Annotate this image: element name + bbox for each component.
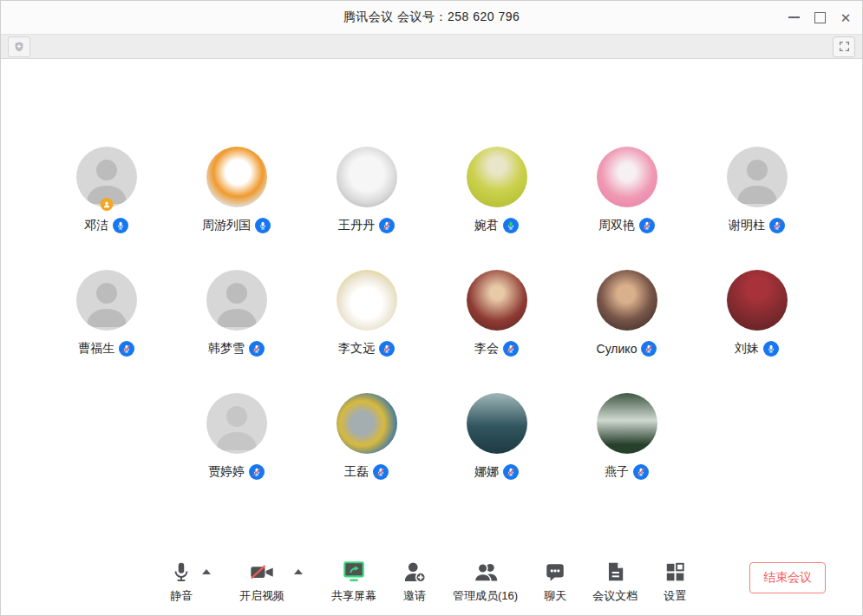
participant-name: Сулико xyxy=(597,342,637,356)
settings-button[interactable]: 设置 xyxy=(664,558,686,604)
video-options-caret-icon[interactable] xyxy=(294,569,303,574)
participant-row: 贾婷婷 王磊 娜娜 xyxy=(1,393,862,516)
chat-label: 聊天 xyxy=(544,588,566,604)
mic-status-icon xyxy=(113,218,128,233)
participant-name: 王磊 xyxy=(344,464,369,480)
participant-tile[interactable]: 曹福生 xyxy=(42,270,172,358)
avatar xyxy=(597,147,657,207)
participant-name: 李文远 xyxy=(338,341,375,357)
mute-label: 静音 xyxy=(170,588,193,604)
manage-members-button[interactable]: 管理成员(16) xyxy=(453,558,518,604)
camera-off-icon xyxy=(249,560,275,584)
settings-label: 设置 xyxy=(664,588,686,604)
participant-name: 刘妹 xyxy=(735,341,759,357)
participant-tile[interactable]: 刘妹 xyxy=(692,270,822,358)
meeting-docs-button[interactable]: 会议文档 xyxy=(592,558,637,604)
security-button[interactable] xyxy=(8,36,30,57)
participant-name: 婉君 xyxy=(474,218,499,233)
participant-tile[interactable]: 婉君 xyxy=(432,147,562,235)
invite-person-plus-icon xyxy=(402,560,427,584)
title-bar: 腾讯会议 会议号：258 620 796 ✕ xyxy=(1,1,862,34)
avatar xyxy=(467,147,527,207)
person-silhouette-icon xyxy=(727,147,788,207)
avatar xyxy=(337,270,397,331)
mic-status-icon xyxy=(379,341,395,357)
participant-name: 周双艳 xyxy=(598,218,635,233)
participant-tile[interactable]: 李文远 xyxy=(302,270,432,358)
document-icon xyxy=(604,560,626,584)
top-strip xyxy=(1,34,862,59)
participant-tile[interactable]: 王丹丹 xyxy=(302,147,432,235)
share-screen-button[interactable]: 共享屏幕 xyxy=(331,558,376,604)
close-icon: ✕ xyxy=(840,11,852,24)
avatar xyxy=(206,270,267,331)
start-video-button[interactable]: 开启视频 xyxy=(239,558,284,604)
minimize-icon xyxy=(788,16,800,18)
avatar xyxy=(597,270,657,331)
participant-tile[interactable]: 李会 xyxy=(432,270,562,358)
fullscreen-brackets-icon xyxy=(839,41,850,52)
mic-status-icon xyxy=(639,218,655,233)
meeting-canvas: 邓洁 周游列国 王丹丹 xyxy=(1,59,862,615)
start-video-label: 开启视频 xyxy=(239,588,284,604)
participant-row: 曹福生 韩梦雪 xyxy=(1,270,862,393)
end-meeting-button[interactable]: 结束会议 xyxy=(749,562,826,593)
share-screen-icon xyxy=(341,560,367,584)
avatar xyxy=(727,147,788,207)
maximize-button[interactable] xyxy=(807,4,833,30)
mic-status-icon xyxy=(255,218,271,233)
participant-tile[interactable]: Сулико xyxy=(562,270,692,358)
participant-tile[interactable]: 韩梦雪 xyxy=(172,270,302,358)
avatar xyxy=(337,393,397,454)
microphone-icon xyxy=(170,560,193,584)
window-controls: ✕ xyxy=(781,1,859,34)
window-title: 腾讯会议 会议号：258 620 796 xyxy=(343,10,520,25)
close-button[interactable]: ✕ xyxy=(833,4,859,30)
participant-tile[interactable]: 谢明柱 xyxy=(692,147,822,235)
person-silhouette-icon xyxy=(206,393,267,454)
mic-status-icon xyxy=(503,464,519,480)
mute-button[interactable]: 静音 xyxy=(170,558,193,604)
mic-status-icon xyxy=(379,218,395,233)
person-silhouette-icon xyxy=(206,270,267,331)
participant-name: 王丹丹 xyxy=(338,218,375,233)
meeting-docs-label: 会议文档 xyxy=(592,588,637,604)
participant-name: 贾婷婷 xyxy=(208,464,245,480)
chat-button[interactable]: 聊天 xyxy=(544,558,566,604)
participant-name: 邓洁 xyxy=(84,218,108,233)
participant-tile[interactable]: 娜娜 xyxy=(432,393,562,482)
participant-tile[interactable]: 燕子 xyxy=(562,393,692,482)
mute-options-caret-icon[interactable] xyxy=(202,569,211,574)
maximize-icon xyxy=(814,12,826,23)
avatar xyxy=(206,147,267,207)
avatar xyxy=(206,393,267,454)
participant-name: 娜娜 xyxy=(474,464,499,480)
chat-bubble-icon xyxy=(544,560,566,584)
settings-grid-icon xyxy=(664,560,686,584)
participant-tile[interactable]: 贾婷婷 xyxy=(172,393,302,482)
avatar xyxy=(467,393,527,454)
shield-plus-icon xyxy=(13,41,25,53)
mic-status-icon xyxy=(373,464,389,480)
invite-label: 邀请 xyxy=(403,588,426,604)
participant-name: 韩梦雪 xyxy=(208,341,245,357)
meeting-toolbar: 静音 开启视频 xyxy=(1,549,862,615)
avatar xyxy=(76,270,137,331)
participant-row: 邓洁 周游列国 王丹丹 xyxy=(1,147,862,270)
mic-status-icon xyxy=(503,218,519,233)
share-screen-label: 共享屏幕 xyxy=(331,588,376,604)
members-icon xyxy=(473,560,499,584)
manage-members-label: 管理成员(16) xyxy=(453,588,518,604)
participant-tile[interactable]: 邓洁 xyxy=(42,147,172,235)
mic-status-icon xyxy=(249,464,265,480)
participant-tile[interactable]: 周游列国 xyxy=(172,147,302,235)
avatar xyxy=(597,393,657,454)
mic-status-icon xyxy=(503,341,519,357)
minimize-button[interactable] xyxy=(781,4,807,30)
participant-name: 谢明柱 xyxy=(729,218,765,233)
invite-button[interactable]: 邀请 xyxy=(402,558,427,604)
participant-tile[interactable]: 王磊 xyxy=(302,393,432,482)
participant-tile[interactable]: 周双艳 xyxy=(562,147,692,235)
participant-name: 李会 xyxy=(474,341,499,357)
fullscreen-button[interactable] xyxy=(833,36,855,57)
